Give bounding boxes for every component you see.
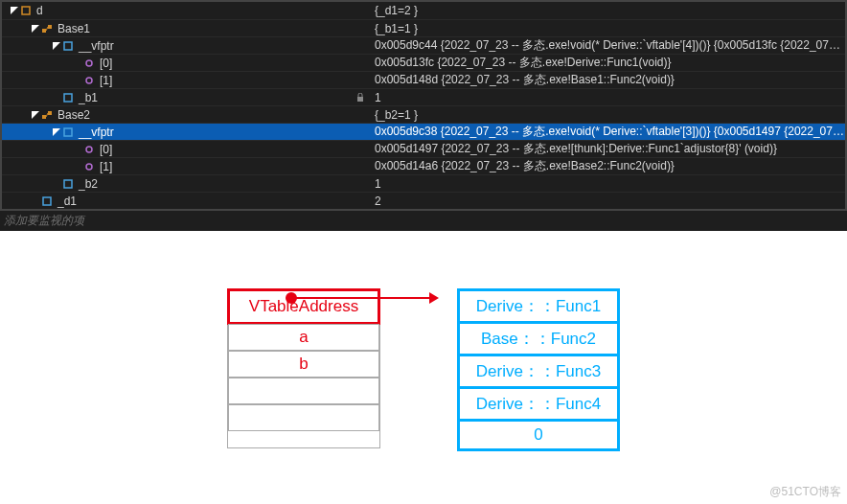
watch-name: d: [36, 4, 43, 17]
watch-row[interactable]: __vfptr0x005d9c38 {2022_07_23 -- 多态.exe!…: [2, 123, 845, 140]
watch-value: 0x005d14a6 {2022_07_23 -- 多态.exe!Base2::…: [371, 158, 845, 174]
expand-open-icon[interactable]: [31, 111, 40, 119]
add-watch-placeholder[interactable]: 添加要监视的项: [0, 211, 847, 231]
svg-rect-0: [22, 7, 30, 14]
svg-rect-8: [357, 97, 363, 102]
watch-row[interactable]: Base1{_b1=1 }: [2, 19, 845, 36]
watch-value: 0x005d13fc {2022_07_23 -- 多态.exe!Derive:…: [371, 55, 845, 71]
watch-value: 0x005d1497 {2022_07_23 -- 多态.exe![thunk]…: [371, 141, 845, 157]
object-member-a: a: [228, 324, 379, 351]
array-element-icon: [82, 57, 96, 70]
object-member-b: b: [228, 351, 379, 378]
watch-name: [1]: [100, 160, 112, 173]
watch-value: 1: [371, 177, 845, 191]
svg-line-3: [46, 27, 48, 31]
watch-value: 0x005d9c38 {2022_07_23 -- 多态.exe!void(* …: [371, 124, 845, 140]
svg-rect-10: [48, 111, 52, 115]
base-class-icon: [40, 108, 54, 122]
array-element-icon: [82, 74, 96, 87]
svg-point-14: [86, 164, 92, 170]
svg-rect-9: [42, 115, 46, 119]
array-element-icon: [82, 160, 96, 173]
watch-value: 1: [371, 91, 845, 104]
watch-name: Base2: [57, 108, 90, 122]
watch-name: __vfptr: [79, 39, 114, 53]
vtable-entry: 0: [457, 419, 620, 451]
watch-value: 0x005d148d {2022_07_23 -- 多态.exe!Base1::…: [371, 72, 845, 88]
svg-rect-16: [43, 197, 51, 205]
svg-point-13: [86, 147, 92, 152]
variable-icon: [61, 91, 75, 104]
variable-icon: [61, 126, 75, 139]
watch-row[interactable]: d{_d1=2 }: [2, 2, 845, 19]
memory-layout-diagram: VTableAddress a b Derive：：Func1Base：：Fun…: [0, 288, 847, 448]
watch-name: [0]: [100, 143, 112, 156]
object-empty-slot: [228, 404, 379, 431]
watch-name: Base1: [57, 22, 90, 35]
base-class-icon: [40, 22, 54, 35]
watch-name: [1]: [100, 74, 112, 87]
watch-row[interactable]: [1]0x005d148d {2022_07_23 -- 多态.exe!Base…: [2, 71, 845, 88]
watch-value: 0x005d9c44 {2022_07_23 -- 多态.exe!void(* …: [371, 37, 845, 54]
object-layout-table: VTableAddress a b: [227, 288, 380, 448]
expand-open-icon[interactable]: [10, 7, 19, 14]
watch-name: _b2: [79, 177, 98, 191]
watch-value: {_b1=1 }: [371, 22, 845, 35]
vtable-pointer-arrow: [286, 286, 439, 306]
watch-row[interactable]: [0]0x005d13fc {2022_07_23 -- 多态.exe!Deri…: [2, 54, 845, 71]
svg-rect-1: [42, 29, 46, 33]
svg-rect-15: [64, 180, 72, 188]
variable-icon: [61, 177, 75, 191]
vtable-entries: Derive：：Func1Base：：Func2Derive：：Func3Der…: [457, 288, 620, 448]
expand-open-icon[interactable]: [52, 128, 61, 136]
watch-value: {_d1=2 }: [371, 4, 845, 17]
expand-open-icon[interactable]: [31, 25, 40, 33]
variable-icon: [19, 4, 33, 17]
watch-name: _d1: [57, 195, 77, 208]
object-empty-slot: [228, 378, 379, 404]
svg-rect-4: [64, 42, 72, 50]
array-element-icon: [82, 143, 96, 156]
source-credit: @51CTO博客: [769, 484, 841, 500]
vtable-entry: Base：：Func2: [457, 321, 620, 356]
svg-line-11: [46, 113, 48, 117]
watch-row[interactable]: _b21: [2, 174, 845, 192]
svg-point-5: [86, 60, 92, 66]
variable-icon: [61, 39, 75, 53]
watch-name: _b1: [79, 91, 98, 104]
svg-rect-12: [64, 128, 72, 136]
vtable-entry: Derive：：Func4: [457, 386, 620, 422]
debugger-watch-panel: d{_d1=2 }Base1{_b1=1 }__vfptr0x005d9c44 …: [0, 0, 847, 211]
lock-icon: [354, 91, 367, 104]
expand-open-icon[interactable]: [52, 42, 61, 50]
watch-name: __vfptr: [79, 126, 114, 139]
vtable-entry: Derive：：Func1: [457, 288, 620, 324]
watch-row[interactable]: Base2{_b2=1 }: [2, 105, 845, 123]
watch-row[interactable]: _b11: [2, 88, 845, 105]
vtable-entry: Derive：：Func3: [457, 354, 620, 389]
watch-name: [0]: [100, 57, 112, 70]
svg-point-6: [86, 78, 92, 83]
watch-row[interactable]: [0]0x005d1497 {2022_07_23 -- 多态.exe![thu…: [2, 140, 845, 157]
watch-value: 2: [371, 195, 845, 208]
watch-row[interactable]: _d12: [2, 192, 845, 209]
watch-value: {_b2=1 }: [371, 108, 845, 122]
svg-rect-7: [64, 94, 72, 102]
watch-row[interactable]: [1]0x005d14a6 {2022_07_23 -- 多态.exe!Base…: [2, 157, 845, 174]
svg-rect-2: [48, 25, 52, 29]
watch-row[interactable]: __vfptr0x005d9c44 {2022_07_23 -- 多态.exe!…: [2, 36, 845, 54]
variable-icon: [40, 195, 54, 208]
